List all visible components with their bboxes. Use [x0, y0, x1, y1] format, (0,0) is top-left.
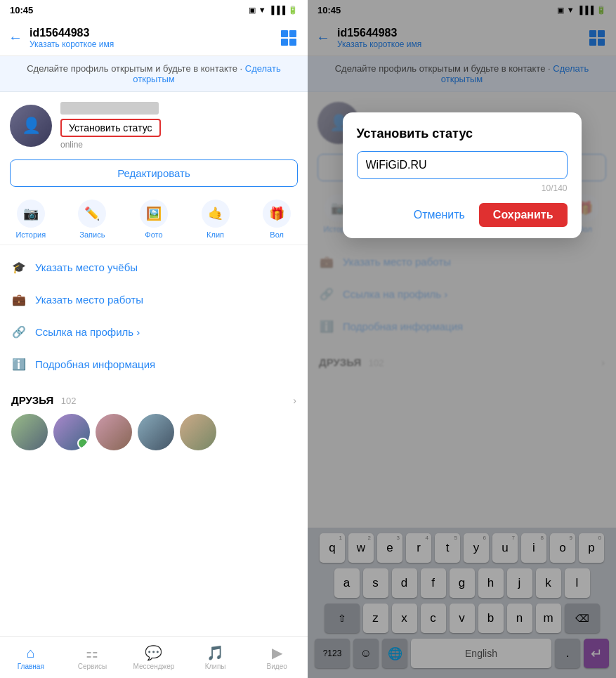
left-avatar: 👤 [10, 105, 52, 147]
clips-icon: 🎵 [207, 644, 224, 661]
left-banner: Сделайте профиль открытым и будьте в кон… [0, 56, 308, 92]
left-friends-arrow: › [293, 395, 296, 406]
menu-item-info[interactable]: ℹ️ Подробная информация [0, 348, 308, 380]
services-icon: ⚏ [86, 644, 98, 661]
left-online-status: online [60, 140, 298, 150]
video-icon: ▶ [272, 644, 282, 661]
nav-services[interactable]: ⚏ Сервисы [62, 641, 124, 673]
nav-clips[interactable]: 🎵 Клипы [185, 641, 247, 673]
home-label: Главная [18, 663, 44, 670]
study-text: Указать место учёбы [35, 261, 138, 273]
left-user-id: id15644983 [30, 27, 278, 39]
clip-label: Клип [207, 230, 224, 239]
left-short-name[interactable]: Указать короткое имя [30, 39, 278, 49]
left-status-button[interactable]: Установить статус [60, 119, 161, 137]
left-edit-button[interactable]: Редактировать [10, 159, 298, 187]
quick-action-vol[interactable]: 🎁 Вол [246, 200, 308, 239]
friend-avatar-4 [138, 414, 174, 450]
left-friends-avatars [11, 414, 296, 450]
history-label: История [15, 230, 46, 239]
services-label: Сервисы [78, 663, 107, 670]
status-dialog: Установить статус 10/140 Отменить Сохран… [343, 112, 582, 238]
left-quick-actions: 📷 История ✏️ Запись 🖼️ Фото 🤙 Клип 🎁 Вол [0, 194, 308, 245]
quick-action-post[interactable]: ✏️ Запись [62, 200, 124, 239]
vol-icon: 🎁 [263, 200, 291, 228]
dialog-actions: Отменить Сохранить [357, 203, 568, 227]
video-label: Видео [267, 663, 287, 670]
left-panel: 10:45 ▣ ▼ ▐▐▐ 🔋 ← id15644983 Указать кор… [0, 0, 308, 678]
left-friends-section: ДРУЗЬЯ 102 › [0, 386, 308, 455]
link-icon: 🔗 [11, 324, 27, 339]
home-icon: ⌂ [27, 645, 35, 661]
left-qr-button[interactable] [278, 27, 299, 48]
info-text: Подробная информация [35, 358, 155, 370]
quick-action-history[interactable]: 📷 История [0, 200, 62, 239]
info-icon: ℹ️ [11, 356, 27, 372]
left-profile-info: Установить статус online [60, 102, 298, 150]
dialog-save-button[interactable]: Сохранить [479, 203, 568, 227]
dialog-cancel-button[interactable]: Отменить [414, 209, 465, 221]
left-status-bar: 10:45 ▣ ▼ ▐▐▐ 🔋 [0, 0, 308, 20]
battery-icon: 🔋 [288, 6, 298, 15]
left-friends-title: ДРУЗЬЯ [11, 394, 53, 406]
friend-avatar-5 [180, 414, 216, 450]
left-friends-title-wrap: ДРУЗЬЯ 102 [11, 394, 76, 407]
photo-label: Фото [145, 230, 162, 239]
dialog-title: Установить статус [357, 126, 568, 141]
menu-item-link[interactable]: 🔗 Ссылка на профиль › [0, 315, 308, 348]
left-friends-count: 102 [61, 396, 77, 406]
nav-home[interactable]: ⌂ Главная [0, 642, 62, 673]
friend-avatar-2 [53, 414, 90, 450]
left-app-header: ← id15644983 Указать короткое имя [0, 20, 308, 56]
wifi-icon: ▼ [258, 6, 266, 14]
right-panel: 10:45 ▣ ▼ ▐▐▐ 🔋 ← id15644983 Указать кор… [308, 0, 616, 678]
menu-item-work[interactable]: 💼 Указать место работы [0, 283, 308, 315]
quick-action-clip[interactable]: 🤙 Клип [185, 200, 247, 239]
menu-item-study[interactable]: 🎓 Указать место учёбы [0, 251, 308, 283]
left-menu-items: 🎓 Указать место учёбы 💼 Указать место ра… [0, 245, 308, 386]
clip-icon: 🤙 [202, 200, 230, 228]
friend-avatar-1 [11, 414, 48, 450]
history-icon: 📷 [17, 200, 45, 228]
work-text: Указать место работы [35, 294, 143, 306]
left-back-button[interactable]: ← [8, 30, 22, 46]
post-label: Запись [79, 230, 105, 239]
left-header-title: id15644983 Указать короткое имя [30, 27, 278, 49]
photo-icon: 🖼️ [140, 200, 168, 228]
left-banner-text: Сделайте профиль открытым и будьте в кон… [27, 63, 245, 74]
dialog-counter: 10/140 [357, 183, 568, 193]
friend-avatar-3 [96, 414, 132, 450]
work-icon: 💼 [11, 292, 27, 307]
dialog-overlay[interactable]: Установить статус 10/140 Отменить Сохран… [308, 0, 616, 678]
study-icon: 🎓 [11, 259, 27, 275]
messenger-label: Мессенджер [133, 663, 175, 670]
nav-video[interactable]: ▶ Видео [246, 641, 308, 673]
post-icon: ✏️ [78, 200, 106, 228]
link-text: Ссылка на профиль › [35, 326, 140, 338]
quick-action-photo[interactable]: 🖼️ Фото [123, 200, 185, 239]
left-status-icons: ▣ ▼ ▐▐▐ 🔋 [249, 6, 298, 15]
left-friends-header[interactable]: ДРУЗЬЯ 102 › [11, 394, 296, 407]
left-avatar-image: 👤 [10, 105, 52, 147]
clips-label: Клипы [205, 663, 226, 670]
dialog-input[interactable] [357, 151, 568, 179]
nav-messenger[interactable]: 💬 Мессенджер [123, 641, 185, 673]
vol-label: Вол [270, 230, 284, 239]
nfc-icon: ▣ [249, 6, 256, 15]
messenger-icon: 💬 [145, 644, 162, 661]
signal-icon: ▐▐▐ [269, 6, 285, 14]
left-profile-name [60, 102, 159, 115]
left-profile-section: 👤 Установить статус online [0, 92, 308, 159]
left-time: 10:45 [10, 5, 33, 15]
left-bottom-nav: ⌂ Главная ⚏ Сервисы 💬 Мессенджер 🎵 Клипы… [0, 636, 308, 678]
